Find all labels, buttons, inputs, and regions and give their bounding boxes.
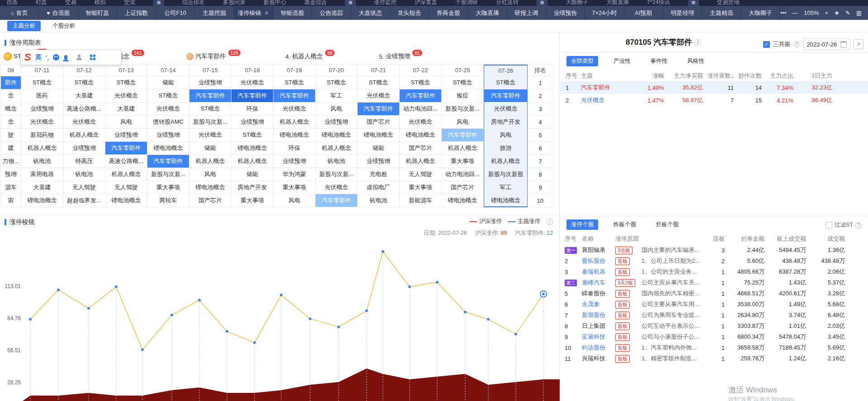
theme-cell[interactable]: 机器人概念 (189, 155, 231, 168)
theme-cell[interactable]: 汽车零部件 (147, 155, 189, 168)
info-icon[interactable]: i (547, 219, 553, 225)
stock-name-link[interactable]: 新朋股份 (582, 311, 615, 319)
window-control-✎[interactable]: ✎ (845, 9, 850, 16)
theme-cell[interactable]: 风电 (316, 103, 358, 116)
top-menu-item[interactable]: 涨停监控 (374, 0, 396, 6)
main-tab-大咖直播[interactable]: 大咖直播 (468, 6, 507, 20)
theme-cell[interactable]: 机器人概念 (442, 142, 484, 155)
theme-cell[interactable]: 光伏概念 (147, 103, 189, 116)
theme-cell[interactable]: 国产芯片 (442, 181, 484, 194)
theme-cell[interactable]: 业绩预增 (189, 76, 231, 89)
theme-cell[interactable]: 军工 (484, 181, 528, 194)
theme-cell[interactable]: 钒电池 (358, 194, 400, 207)
resonance-checkbox[interactable]: ✓ (763, 41, 770, 48)
stock-name-link[interactable]: 永茂泰 (582, 300, 615, 308)
theme-cell[interactable]: 锂电池概念 (21, 194, 63, 207)
theme-cell[interactable]: 光伏概念 (105, 89, 147, 103)
stock-name-link[interactable]: 晋拓股份 (582, 257, 615, 265)
theme-cell[interactable]: 锂电池概念 (442, 194, 484, 207)
theme-cell[interactable]: 汽车零部件 (105, 142, 147, 155)
stock-row-嵘泰股份[interactable]: 5嵘泰股份首板国内领先的汽车精密...14668.51万4200.61万3.28… (560, 288, 868, 299)
theme-cell[interactable]: 钒电池 (21, 155, 63, 168)
theme-cell[interactable]: 念 (1, 116, 21, 129)
main-tab-智能选股[interactable]: 智能选股 (273, 6, 312, 20)
theme-cell[interactable]: 机器人概念 (484, 155, 528, 168)
top-menu-item[interactable]: 基金综合 (304, 0, 327, 6)
theme-cell[interactable]: 充电桩 (358, 168, 400, 181)
help-icon[interactable]: ? (794, 41, 800, 47)
theme-cell[interactable]: 风电 (442, 116, 484, 129)
theme-cell[interactable]: 机器人概念 (400, 155, 442, 168)
theme-cell[interactable]: 汽车零部件 (358, 103, 400, 116)
theme-cell[interactable]: 重大事项 (442, 155, 484, 168)
theme-cell[interactable]: 机器人概念 (316, 142, 358, 155)
theme-cell[interactable]: 钒电池 (63, 168, 105, 181)
stock-name-link[interactable]: 钧达股份 (582, 344, 615, 352)
main-tab-主题精选[interactable]: 主题精选 (702, 6, 741, 20)
main-tab-业绩预告[interactable]: 业绩预告 (546, 6, 585, 20)
theme-cell[interactable]: 无人驾驶 (63, 181, 105, 194)
punctuation-icon[interactable]: ’, (46, 54, 49, 61)
window-control-•••[interactable]: ••• (780, 9, 787, 16)
main-tab-7×24小时[interactable]: 7×24小时 (585, 6, 624, 20)
main-tab-涨停棱镜[interactable]: 涨停棱镜✕ (234, 6, 273, 20)
theme-cell[interactable]: 风电 (484, 129, 528, 142)
theme-cell[interactable]: 无人驾驶 (105, 181, 147, 194)
theme-row-汽车零部件[interactable]: 1汽车零部件1.49%35.82亿11147.34%32.23亿 (560, 81, 868, 94)
theme-cell[interactable]: ST概念 (63, 76, 105, 89)
info-icon[interactable]: i (694, 39, 701, 46)
theme-cell[interactable]: 重大事项 (231, 194, 274, 207)
theme-cell[interactable]: 锂电池概念 (400, 129, 442, 142)
top-theme-item[interactable]: 汽车零部件135 (186, 51, 241, 61)
main-tab-大盘状态[interactable]: 大盘状态 (351, 6, 390, 20)
top-menu-item[interactable]: 新股中心 (264, 0, 286, 6)
main-tab-公告追踪[interactable]: 公告追踪 (312, 6, 351, 20)
top-menu-item[interactable]: 沪深复盘 (415, 0, 437, 6)
theme-cell[interactable]: 储能 (231, 168, 274, 181)
theme-cell[interactable]: ST概念 (442, 76, 484, 89)
theme-cell[interactable]: 大基建 (63, 89, 105, 103)
top-menu-item[interactable]: 交易 (65, 0, 76, 6)
theme-cell[interactable]: 新股与次新股 (484, 168, 528, 181)
theme-cell[interactable]: 业绩预增 (274, 155, 316, 168)
stock-tab-烂板个股[interactable]: 烂板个股 (651, 219, 683, 230)
person-icon[interactable] (76, 55, 82, 60)
theme-cell[interactable]: 储能 (189, 142, 231, 155)
main-tab-龙头狙击[interactable]: 龙头狙击 (390, 6, 429, 20)
language-toggle-icon[interactable]: 英 (35, 53, 42, 61)
stock-name-link[interactable]: 嵘泰股份 (582, 289, 615, 298)
theme-cell[interactable]: 国产芯片 (189, 194, 231, 207)
theme-cell[interactable]: 部件 (1, 76, 21, 89)
theme-cell[interactable]: 储能 (147, 76, 189, 89)
theme-cell[interactable]: 风电 (105, 116, 147, 129)
filter-st-checkbox[interactable] (826, 222, 832, 228)
theme-cell[interactable]: 房地产开发 (231, 181, 274, 194)
theme-cell[interactable]: 锂电池概念 (316, 129, 358, 142)
theme-cell[interactable]: 光伏概念 (316, 181, 358, 194)
sub-tab-个股分析[interactable]: 个股分析 (47, 21, 80, 31)
theme-cell[interactable]: ST概念 (105, 76, 147, 89)
toolbar-group-icon[interactable]: ▦ (537, 0, 547, 6)
toolbar-group-icon[interactable]: ▦ (153, 0, 164, 6)
theme-cell[interactable]: 光伏概念 (400, 116, 442, 129)
theme-cell[interactable]: 机器人概念 (63, 129, 105, 142)
window-control-▥[interactable]: ▥ (856, 9, 862, 16)
sogou-logo-icon[interactable]: S (24, 52, 31, 62)
top-theme-item[interactable]: 5. 业绩预增81 (379, 51, 422, 61)
main-tab-上证指数[interactable]: 上证指数 (117, 6, 156, 20)
window-control-★[interactable]: ★ (834, 9, 840, 16)
theme-cell[interactable]: 机器人概念 (231, 155, 274, 168)
theme-cell[interactable]: 业绩预增 (147, 129, 189, 142)
main-tab-大咖圈子[interactable]: 大咖圈子 (741, 6, 780, 20)
theme-cell[interactable]: 高速公路概... (63, 103, 105, 116)
top-menu-item[interactable]: 分红送转 (496, 0, 519, 6)
theme-cell[interactable]: 环保 (274, 142, 316, 155)
theme-cell[interactable]: 驶 (1, 129, 21, 142)
theme-cell[interactable]: 汽车零部件 (316, 194, 358, 207)
date-picker[interactable]: 2022-07-26 (803, 38, 851, 50)
theme-cell[interactable]: 业绩预增 (231, 116, 274, 129)
theme-cell[interactable]: 新股与次新... (442, 103, 484, 116)
main-tab-明星经理[interactable]: 明星经理 (663, 6, 702, 20)
type-tab-全部类型[interactable]: 全部类型 (566, 56, 598, 66)
theme-cell[interactable]: 锂电池概念 (189, 181, 231, 194)
